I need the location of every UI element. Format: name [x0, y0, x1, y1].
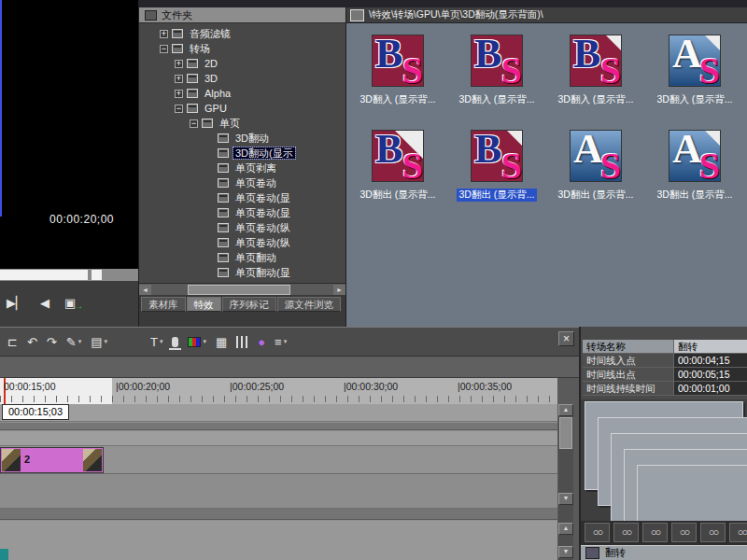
track-row[interactable] [0, 404, 557, 422]
tree-item[interactable]: 单页卷动(纵 [139, 220, 345, 235]
letter-glyph: S [501, 147, 522, 182]
tree-item[interactable]: +2D [139, 56, 345, 71]
page-curl-icon [507, 131, 522, 146]
transition-pair-icon[interactable]: ○○ [585, 523, 610, 542]
timeline-ruler[interactable]: 00:00:15;00|00:00:20;00|00:00:25;00|00:0… [0, 378, 557, 404]
grid-icon[interactable]: ▦ [216, 336, 227, 348]
effect-item[interactable]: AS3D翻出 (显示背... [546, 130, 645, 225]
title-tool-icon[interactable]: T▾ [150, 336, 162, 348]
folder-icon [218, 238, 229, 247]
page-curl-icon [606, 35, 621, 50]
preview-scrollbar[interactable] [0, 269, 138, 281]
letter-glyph: S [600, 52, 621, 87]
ruler-timecode: |00:00:25;00 [230, 381, 284, 392]
play-icon[interactable]: ▶▏ [7, 297, 25, 327]
tree-expander-icon[interactable]: + [175, 75, 183, 83]
menu-icon[interactable]: ≡▾ [275, 336, 287, 348]
scroll-thumb[interactable] [188, 285, 290, 295]
tree-item-label: 单页 [218, 118, 242, 129]
tree-item[interactable]: 3D翻动(显示 [139, 146, 345, 161]
info-row-value: 00:00:04;15 [673, 354, 747, 368]
tree-expander-icon[interactable]: + [175, 60, 183, 68]
tree-expander-icon[interactable]: + [160, 30, 168, 38]
effect-item[interactable]: BS3D翻入 (显示背... [546, 35, 645, 130]
tree-item[interactable]: 单页翻动 [139, 250, 345, 265]
effect-item[interactable]: AS3D翻出 (显示背... [645, 130, 744, 225]
tree-item[interactable]: +Alpha [139, 86, 345, 101]
tree-item[interactable]: +音频滤镜 [139, 26, 345, 41]
tab-source-browser[interactable]: 源文件浏览 [277, 297, 342, 312]
timeline-clip[interactable]: 2 [0, 447, 104, 473]
scroll-up-icon[interactable]: ▲ [558, 523, 573, 535]
timeline-vscrollbar[interactable]: ▲ ▼ ▲ ▼ [558, 404, 573, 560]
preview-edge-accent [0, 0, 2, 217]
tree-item[interactable]: −单页 [139, 116, 345, 131]
clip-mode-icon[interactable]: ▤▾ [91, 336, 107, 348]
effect-item[interactable]: BS3D翻出 (显示背... [348, 130, 447, 225]
undo-icon[interactable]: ↶ [27, 336, 37, 348]
pencil-icon[interactable]: ✎▾ [66, 336, 81, 348]
scroll-right-icon[interactable]: ► [333, 285, 345, 295]
tree-hscrollbar[interactable]: ◄ ► [139, 283, 345, 295]
info-row-value: 00:00:01;00 [673, 382, 747, 396]
effect-item[interactable]: BS3D翻入 (显示背... [447, 35, 546, 130]
scroll-down-icon[interactable]: ▼ [558, 493, 573, 505]
mic-icon[interactable] [172, 337, 178, 347]
tree-item[interactable]: 单页剥离 [139, 161, 345, 175]
effect-caption: 3D翻出 (显示背... [556, 189, 635, 202]
tree-item[interactable]: 单页卷动(纵 [139, 235, 345, 250]
preview-scrollbar-thumb[interactable] [0, 270, 88, 280]
effect-item[interactable]: BS3D翻出 (显示背... [447, 130, 546, 225]
mark-in-out-icon[interactable]: ⊏ [7, 336, 18, 348]
letter-glyph: A [672, 130, 702, 170]
tree-expander-icon[interactable]: − [160, 45, 168, 53]
tree-item-label: 3D翻动 [233, 133, 271, 144]
track-row[interactable] [0, 521, 557, 560]
transition-pair-icon[interactable]: ○○ [671, 523, 697, 542]
tab-sequence-markers[interactable]: 序列标记 [222, 297, 276, 312]
vscroll-thumb[interactable] [559, 417, 572, 449]
prev-frame-icon[interactable]: ◀ [40, 297, 49, 327]
tree-item[interactable]: 3D翻动 [139, 131, 345, 146]
close-button[interactable]: × [558, 331, 574, 346]
sync-toggle-icon[interactable]: ● [258, 336, 265, 348]
transition-pair-icon[interactable]: ○○ [729, 523, 747, 542]
effect-thumbnail: BS [570, 35, 622, 87]
tree-expander-icon[interactable]: + [175, 90, 183, 98]
info-row-label: 时间线入点 [583, 354, 673, 368]
effect-item[interactable]: AS3D翻入 (显示背... [645, 35, 744, 130]
track-row[interactable] [0, 475, 557, 509]
scroll-down-icon[interactable]: ▼ [558, 546, 573, 558]
effect-item[interactable]: BS3D翻入 (显示背... [348, 35, 447, 130]
tree-item[interactable]: 单页翻动(显 [139, 265, 345, 280]
tree-item[interactable]: 单页卷动 [139, 175, 345, 190]
tree-item[interactable]: +3D [139, 71, 345, 86]
transition-pair-icon[interactable]: ○○ [642, 523, 668, 542]
transition-pair-icon[interactable]: ○○ [700, 523, 726, 542]
transition-pair-icon[interactable]: ○○ [613, 523, 639, 542]
preview-scrollbar-button[interactable] [92, 270, 102, 280]
tree-item[interactable]: −转场 [139, 41, 345, 56]
tree-expander-icon[interactable]: − [175, 105, 183, 113]
effect-thumbnail: BS [372, 130, 424, 182]
track-row[interactable] [0, 431, 557, 446]
letter-glyph: B [474, 130, 501, 170]
tree-item[interactable]: −GPU [139, 101, 345, 116]
tree-item[interactable]: 单页卷动(显 [139, 205, 345, 220]
export-layers-icon[interactable]: ▣→ [64, 297, 83, 327]
tab-effects[interactable]: 特效 [187, 297, 221, 312]
tree-item[interactable]: 单页卷动(显 [139, 190, 345, 205]
colorbars-icon[interactable]: ▾ [188, 337, 206, 347]
clip-thumbnail [2, 449, 21, 471]
letter-glyph: S [501, 52, 522, 87]
redo-icon[interactable]: ↷ [47, 336, 57, 348]
folder-up-icon[interactable] [350, 9, 364, 21]
scroll-left-icon[interactable]: ◄ [139, 285, 151, 295]
transition-item[interactable]: 翻转 [581, 545, 747, 560]
tree-expander-icon[interactable]: − [190, 119, 198, 128]
folder-icon [218, 268, 229, 277]
tab-material-library[interactable]: 素材库 [141, 297, 186, 312]
scroll-up-icon[interactable]: ▲ [558, 404, 573, 416]
mixer-icon[interactable] [236, 336, 248, 348]
info-row-label: 时间线出点 [583, 368, 673, 382]
